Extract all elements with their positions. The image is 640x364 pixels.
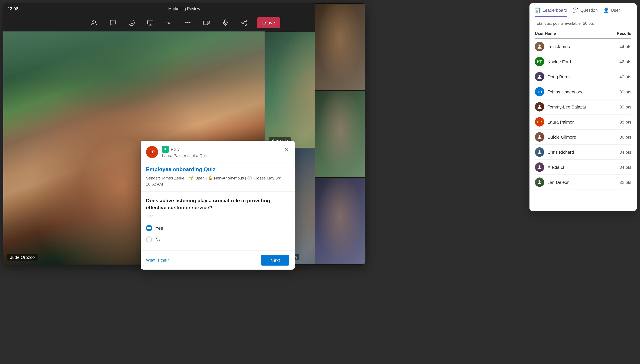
quiz-question: Does active listening play a crucial rol…: [141, 192, 295, 214]
polly-open-icon: 🌱: [188, 176, 194, 180]
list-item: TU Tobias Underwood 39 pts: [535, 84, 631, 100]
lock-icon: 🔒: [208, 176, 213, 180]
svg-point-19: [538, 135, 540, 137]
meta-separator-1: |: [186, 176, 188, 180]
user-pts: 38 pts: [620, 120, 631, 124]
more-icon[interactable]: [182, 16, 194, 29]
avatar: [535, 147, 544, 157]
svg-point-9: [190, 22, 190, 23]
option-no-label: No: [156, 237, 162, 242]
video-cell-2: [315, 90, 365, 178]
emoji-icon[interactable]: [126, 16, 138, 29]
avatar: [535, 102, 544, 112]
option-yes-label: Yes: [156, 225, 163, 231]
user-name: Dulcie Gilmore: [548, 134, 616, 140]
breakout-icon[interactable]: [163, 16, 175, 29]
list-item: Jan Deleon 32 pts: [535, 175, 631, 190]
avatar: [535, 132, 544, 142]
avatar: KF: [535, 57, 544, 66]
list-item: Chris Richard 34 pts: [535, 145, 631, 160]
user-pts: 42 pts: [620, 59, 631, 64]
svg-rect-5: [148, 20, 153, 24]
what-is-this-link[interactable]: What is this?: [146, 258, 169, 262]
share-screen-icon[interactable]: [144, 16, 156, 29]
leaderboard-tab-label: Leaderboard: [542, 8, 567, 12]
camera-icon[interactable]: [200, 16, 213, 29]
svg-point-13: [245, 24, 247, 26]
panel-tabs: 📊 Leaderboard 💬 Question 👤 User: [530, 3, 637, 17]
leaderboard-content: Total quiz points available: 50 pts User…: [530, 17, 637, 194]
col-results: Results: [617, 31, 631, 36]
svg-point-7: [186, 22, 186, 23]
question-tab-label: Question: [580, 8, 598, 12]
svg-point-1: [95, 21, 96, 22]
radio-yes[interactable]: [146, 225, 152, 231]
quiz-source-row: ✱ Polly: [162, 146, 280, 153]
clock-icon: 🕐: [247, 176, 252, 180]
option-no[interactable]: No: [146, 234, 289, 245]
user-pts: 39 pts: [620, 104, 631, 109]
question-tab-icon: 💬: [572, 7, 578, 13]
user-pts: 34 pts: [620, 150, 631, 154]
user-name: Doug Burns: [548, 74, 616, 79]
avatar: [535, 42, 544, 51]
svg-line-15: [243, 21, 245, 22]
list-item: Lula James 44 pts: [535, 39, 631, 54]
chat-icon[interactable]: [107, 16, 119, 29]
share-content-icon[interactable]: [238, 16, 250, 29]
meta-separator-3: |: [245, 176, 247, 180]
user-pts: 32 pts: [620, 180, 631, 185]
option-yes[interactable]: Yes: [146, 222, 289, 234]
quiz-points: 1 pt: [141, 214, 295, 222]
tab-user[interactable]: 👤 User: [603, 7, 620, 17]
svg-point-16: [538, 44, 540, 46]
svg-point-21: [538, 165, 540, 167]
quiz-header: LP ✱ Polly Laura Palmer sent a Quiz ✕: [141, 141, 295, 162]
leaderboard-tab-icon: 📊: [535, 7, 540, 13]
svg-point-12: [242, 22, 243, 24]
tab-question[interactable]: 💬 Question: [572, 7, 598, 17]
quiz-meta: Sender: James Zerkel | 🌱 Open | 🔒 Non-An…: [141, 175, 295, 192]
quiz-options: Yes No: [141, 222, 295, 250]
quiz-source-label: Polly: [171, 147, 180, 152]
total-points-label: Total quiz points available: 50 pts: [535, 21, 631, 26]
next-button[interactable]: Next: [261, 255, 289, 266]
user-name: Alexia Li: [548, 164, 616, 170]
list-item: LP Laura Palmer 38 pts: [535, 114, 631, 130]
user-name: Jan Deleon: [548, 180, 616, 185]
list-item: Alexia Li 34 pts: [535, 160, 631, 175]
video-cell-1: [315, 3, 365, 90]
people-icon[interactable]: [88, 16, 100, 29]
leaderboard-panel: 📊 Leaderboard 💬 Question 👤 User Total qu…: [530, 3, 637, 211]
title-bar: 22:06 Marketing Review ─ □ ✕: [3, 3, 365, 14]
tab-leaderboard[interactable]: 📊 Leaderboard: [535, 7, 567, 17]
user-name: Chris Richard: [548, 150, 616, 154]
quiz-popup: LP ✱ Polly Laura Palmer sent a Quiz ✕ Em…: [141, 141, 295, 270]
quiz-sender-info: Sender: James Zerkel: [146, 176, 185, 180]
jude-name-label: Jude Orozco: [7, 254, 37, 260]
avatar: [535, 178, 544, 187]
user-name: Tobias Underwood: [548, 89, 616, 94]
svg-point-2: [129, 20, 134, 25]
svg-point-18: [538, 105, 540, 107]
meeting-toolbar: Leave: [3, 14, 365, 32]
svg-point-11: [245, 20, 247, 22]
svg-point-20: [538, 150, 540, 152]
avatar: TU: [535, 87, 544, 96]
leaderboard-header: User Name Results: [535, 30, 631, 39]
user-pts: 44 pts: [620, 44, 631, 49]
polly-icon: ✱: [162, 146, 169, 153]
window-title: Marketing Review: [168, 6, 200, 11]
meta-separator-2: |: [206, 176, 208, 180]
mic-icon[interactable]: [219, 16, 232, 29]
user-pts: 40 pts: [620, 74, 631, 79]
quiz-footer: What is this? Next: [141, 250, 295, 270]
quiz-sender-avatar: LP: [146, 146, 158, 158]
radio-no[interactable]: [146, 236, 152, 242]
leave-button[interactable]: Leave: [257, 17, 280, 28]
close-button[interactable]: ✕: [284, 146, 289, 154]
svg-rect-10: [204, 20, 208, 24]
user-tab-label: User: [611, 8, 620, 12]
list-item: Dulcie Gilmore 36 pts: [535, 130, 631, 145]
user-pts: 34 pts: [620, 164, 631, 170]
